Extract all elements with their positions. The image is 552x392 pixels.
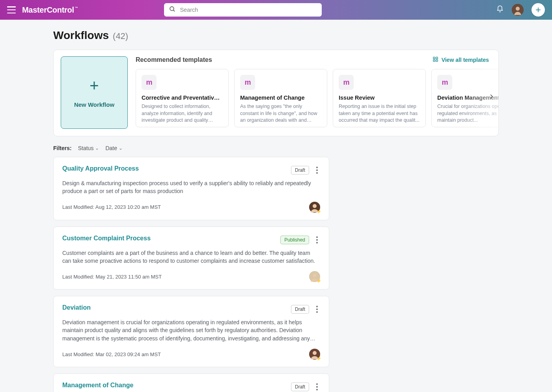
workflow-title[interactable]: Customer Complaint Process [62, 235, 151, 242]
page-title: Workflows [53, 29, 109, 42]
workflow-owner-avatar[interactable]: ⚡ [309, 271, 320, 282]
templates-heading: Recommended templates [136, 56, 212, 63]
template-title: Issue Review [339, 95, 420, 101]
topbar-right: + [496, 3, 545, 17]
carousel-next-button[interactable] [486, 91, 497, 102]
workflow-card-actions: Published [280, 235, 320, 245]
template-desc: Crucial for organizations operating in r… [437, 103, 499, 124]
workflow-card: Quality Approval Process Draft Design & … [53, 157, 329, 220]
workflow-card: Management of Change Draft As the saying… [53, 373, 329, 392]
chevron-down-icon: ⌄ [119, 145, 123, 151]
filters-bar: Filters: Status ⌄ Date ⌄ [53, 145, 499, 151]
add-button[interactable]: + [531, 3, 545, 17]
template-logo-icon: m [339, 75, 354, 90]
template-title: Management of Change [240, 95, 321, 101]
template-card[interactable]: m Management of Change As the saying goe… [234, 69, 327, 127]
template-card[interactable]: m Corrective and Preventative A... Desig… [136, 69, 229, 127]
view-all-templates-link[interactable]: View all templates [433, 56, 489, 63]
svg-rect-4 [433, 57, 435, 59]
filter-status-label: Status [78, 145, 94, 151]
menu-button[interactable] [7, 6, 16, 13]
workflow-list: Quality Approval Process Draft Design & … [53, 157, 329, 392]
search-container [164, 3, 322, 17]
page-count: (42) [113, 31, 128, 41]
workflow-title[interactable]: Deviation [62, 304, 91, 311]
workflow-card-actions: Draft [291, 304, 320, 314]
plus-icon: + [535, 5, 541, 15]
status-badge: Published [280, 236, 309, 244]
templates-header: Recommended templates View all templates [136, 56, 491, 63]
templates-column: Recommended templates View all templates… [136, 56, 491, 129]
workflow-card-footer: Last Modified: Mar 02, 2023 09:24 am MST… [62, 349, 320, 360]
status-badge: Draft [291, 166, 309, 175]
workflow-modified: Last Modified: Mar 02, 2023 09:24 am MST [62, 351, 161, 357]
workflow-card: Deviation Draft Deviation management is … [53, 296, 329, 367]
workflow-card-actions: Draft [291, 165, 320, 175]
templates-row: m Corrective and Preventative A... Desig… [136, 69, 491, 127]
template-desc: Designed to collect information, analyze… [142, 103, 223, 124]
svg-rect-6 [433, 60, 435, 61]
workflow-card-header: Management of Change Draft [62, 382, 320, 392]
plus-icon: + [90, 78, 99, 93]
chevron-down-icon: ⌄ [95, 145, 99, 151]
view-all-label: View all templates [442, 57, 489, 63]
search-icon [169, 6, 176, 14]
workflow-description: Customer complaints are a part of the bu… [62, 249, 320, 265]
status-badge: Draft [291, 305, 309, 314]
page-heading: Workflows (42) [53, 29, 499, 42]
new-workflow-label: New Workflow [74, 101, 114, 108]
more-menu-button[interactable] [314, 165, 320, 175]
workflow-owner-avatar[interactable]: ⚡ [309, 202, 320, 213]
svg-point-8 [313, 204, 317, 208]
filter-date[interactable]: Date ⌄ [105, 145, 123, 151]
svg-point-0 [170, 7, 174, 11]
svg-line-1 [173, 10, 175, 11]
more-menu-button[interactable] [314, 382, 320, 392]
template-desc: As the saying goes "the only constant in… [240, 103, 321, 124]
workflow-card-header: Customer Complaint Process Published [62, 235, 320, 245]
more-menu-button[interactable] [314, 304, 320, 314]
workflow-card-footer: Last Modified: May 21, 2023 11:50 am MST… [62, 271, 320, 282]
new-workflow-card[interactable]: + New Workflow [61, 56, 128, 129]
workflow-card-footer: Last Modified: Aug 12, 2023 10:20 am MST… [62, 202, 320, 213]
workflow-description: Design & manufacturing inspection proces… [62, 179, 320, 195]
more-menu-button[interactable] [314, 235, 320, 245]
filters-label: Filters: [53, 145, 72, 151]
workflow-owner-avatar[interactable]: ⚡ [309, 349, 320, 360]
svg-rect-7 [436, 60, 437, 61]
template-card[interactable]: m Issue Review Reporting an issue is the… [333, 69, 426, 127]
user-avatar[interactable] [512, 4, 524, 16]
template-desc: Reporting an issue is the initial step t… [339, 103, 420, 124]
status-badge: Draft [291, 383, 309, 391]
grid-icon [433, 56, 438, 63]
template-title: Corrective and Preventative A... [142, 95, 223, 101]
workflow-card-header: Quality Approval Process Draft [62, 165, 320, 175]
recommended-panel: + New Workflow Recommended templates Vie… [53, 50, 499, 136]
workflow-title[interactable]: Quality Approval Process [62, 165, 139, 172]
filter-date-label: Date [105, 145, 117, 151]
search-input[interactable] [164, 3, 322, 17]
template-logo-icon: m [142, 75, 157, 90]
workflow-modified: Last Modified: May 21, 2023 11:50 am MST [62, 274, 162, 280]
workflow-card: Customer Complaint Process Published Cus… [53, 227, 329, 290]
notifications-icon[interactable] [496, 5, 504, 15]
svg-point-3 [516, 7, 520, 11]
svg-point-10 [313, 351, 317, 355]
template-logo-icon: m [240, 75, 255, 90]
workflow-description: Deviation management is crucial for orga… [62, 318, 320, 342]
workflow-card-header: Deviation Draft [62, 304, 320, 314]
top-bar: MasterControl + [0, 0, 552, 20]
workflow-modified: Last Modified: Aug 12, 2023 10:20 am MST [62, 204, 161, 210]
template-logo-icon: m [437, 75, 452, 90]
workflow-card-actions: Draft [291, 382, 320, 392]
svg-point-9 [313, 273, 317, 277]
filter-status[interactable]: Status ⌄ [78, 145, 99, 151]
svg-rect-5 [436, 57, 437, 59]
brand-logo: MasterControl [22, 6, 74, 15]
page-body: Workflows (42) + New Workflow Recommende… [0, 20, 552, 392]
workflow-title[interactable]: Management of Change [62, 382, 133, 389]
